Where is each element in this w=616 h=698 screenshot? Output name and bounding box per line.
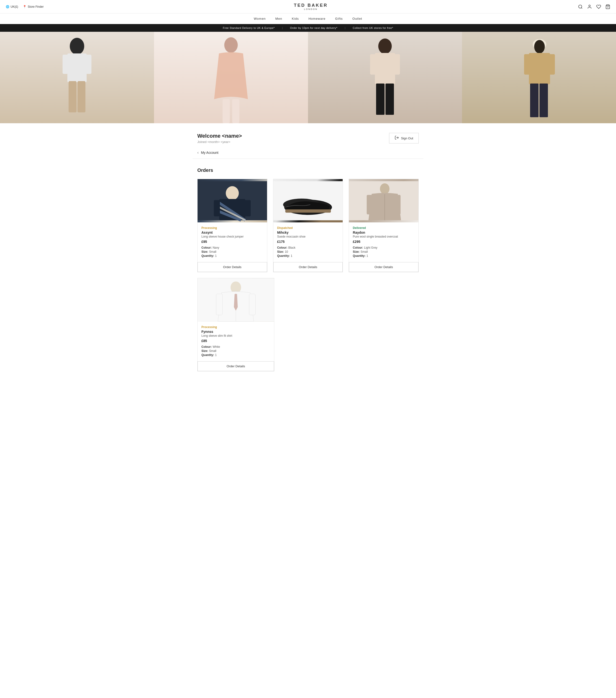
logo-brand: TED BAKER (44, 3, 578, 8)
colour-value-2: Black (288, 246, 295, 249)
locale-selector[interactable]: 🌐 UK(£) (6, 5, 18, 9)
promo-delivery: Free Standard Delivery to UK & Europe* (223, 27, 275, 29)
order-image-3 (349, 179, 418, 222)
svg-rect-45 (216, 294, 223, 315)
nav-men[interactable]: Men (275, 17, 282, 20)
svg-rect-13 (375, 53, 395, 84)
top-bar-left: 🌐 UK(£) 📍 Store Finder (6, 5, 44, 9)
locale-label: UK(£) (11, 5, 18, 9)
order-price-2: £175 (277, 240, 339, 243)
order-card-3: Delivered Raydon Pure wool single breast… (349, 179, 419, 272)
svg-rect-8 (78, 81, 85, 112)
size-value-2: 10 (285, 250, 288, 253)
svg-point-3 (70, 38, 84, 55)
order-quantity-row-1: Quantity: 1 (201, 254, 263, 257)
wishlist-button[interactable] (596, 4, 601, 9)
order-card-2: Dispatched Mihcky Suede moccasin shoe £1… (273, 179, 343, 272)
svg-rect-33 (245, 200, 251, 217)
nav-gifts[interactable]: Gifts (335, 17, 343, 20)
order-details-button-3[interactable]: Order Details (349, 262, 418, 272)
quantity-label-4: Quantity: (201, 353, 214, 357)
order-card-2-content: Dispatched Mihcky Suede moccasin shoe £1… (274, 222, 343, 262)
size-value-4: Small (209, 349, 216, 353)
svg-rect-17 (386, 84, 394, 115)
order-colour-row-3: Colour: Light Grey (353, 246, 415, 249)
order-desc-3: Pure wool single breasted overcoat (353, 235, 415, 238)
quantity-label-2: Quantity: (277, 254, 290, 257)
svg-rect-16 (376, 84, 384, 115)
order-colour-row-2: Colour: Black (277, 246, 339, 249)
orders-title: Orders (197, 168, 419, 173)
nav-women[interactable]: Women (254, 17, 266, 20)
svg-rect-20 (529, 53, 550, 84)
svg-rect-21 (524, 54, 530, 74)
orders-section: Orders Processing Assynt (193, 159, 423, 380)
svg-rect-37 (285, 209, 331, 213)
sign-out-icon (395, 136, 399, 141)
order-card-3-content: Delivered Raydon Pure wool single breast… (349, 222, 418, 262)
colour-label-3: Colour: (353, 246, 363, 249)
order-status-4: Processing (201, 325, 270, 329)
promo-divider-1: | (282, 27, 283, 29)
order-status-2: Dispatched (277, 226, 339, 229)
order-card-1-content: Processing Assynt Long sleeve house chec… (198, 222, 267, 262)
breadcrumb-label: My Account (201, 151, 218, 154)
order-details-button-4[interactable]: Order Details (198, 361, 274, 371)
hero-figure-3 (308, 32, 462, 123)
order-size-row-1: Size: Small (201, 250, 263, 253)
size-value-1: Small (209, 250, 216, 253)
size-label-1: Size: (201, 250, 208, 253)
model-3-silhouette (308, 32, 462, 123)
svg-rect-10 (223, 99, 230, 123)
order-image-2 (274, 179, 343, 222)
hero-banner (0, 32, 616, 123)
order-details-button-2[interactable]: Order Details (274, 262, 343, 272)
logo-city: LONDON (44, 8, 578, 10)
svg-rect-14 (370, 54, 376, 74)
colour-value-1: Navy (213, 246, 219, 249)
svg-point-27 (226, 186, 239, 200)
colour-value-4: White (213, 345, 220, 349)
svg-rect-32 (214, 200, 220, 217)
main-nav: Women Men Kids Homeware Gifts Outlet (0, 13, 616, 24)
nav-kids[interactable]: Kids (292, 17, 299, 20)
order-image-1 (198, 179, 267, 222)
order-desc-4: Long sleeve slim fit shirt (201, 334, 270, 337)
order-image-4 (198, 278, 274, 322)
quantity-value-1: 1 (215, 254, 217, 257)
order-price-4: £85 (201, 339, 270, 343)
svg-point-19 (534, 40, 545, 53)
size-value-3: Small (361, 250, 368, 253)
joined-text: Joined <month> <year> (197, 140, 242, 144)
order-size-row-2: Size: 10 (277, 250, 339, 253)
order-colour-row-4: Colour: White (201, 345, 270, 349)
welcome-text: Welcome <name> Joined <month> <year> (197, 133, 242, 144)
top-bar: 🌐 UK(£) 📍 Store Finder TED BAKER LONDON (0, 0, 616, 13)
quantity-label-1: Quantity: (201, 254, 214, 257)
nav-outlet[interactable]: Outlet (352, 17, 362, 20)
bag-button[interactable] (605, 4, 610, 9)
model-2-silhouette (154, 32, 308, 123)
order-details-button-1[interactable]: Order Details (198, 262, 267, 272)
logo[interactable]: TED BAKER LONDON (44, 3, 578, 10)
account-icon (587, 4, 592, 9)
back-arrow-icon[interactable]: ‹ (197, 151, 198, 155)
colour-label-4: Colour: (201, 345, 212, 349)
store-finder-link[interactable]: 📍 Store Finder (23, 5, 44, 9)
order-size-row-3: Size: Small (353, 250, 415, 253)
svg-point-1 (589, 5, 590, 6)
order-price-3: £295 (353, 240, 415, 243)
heart-icon (596, 4, 601, 9)
colour-label-1: Colour: (201, 246, 212, 249)
hero-figure-1 (0, 32, 154, 123)
promo-next-day: Order by 10pm for next day delivery* (290, 27, 337, 29)
account-button[interactable] (587, 4, 592, 9)
search-button[interactable] (578, 4, 583, 9)
svg-rect-40 (367, 195, 373, 214)
sign-out-button[interactable]: Sign Out (389, 133, 419, 143)
order-desc-1: Long sleeve house check jumper (201, 235, 263, 238)
top-bar-right (578, 4, 610, 9)
svg-rect-5 (62, 55, 69, 74)
nav-homeware[interactable]: Homeware (308, 17, 325, 20)
order-name-3: Raydon (353, 231, 415, 235)
